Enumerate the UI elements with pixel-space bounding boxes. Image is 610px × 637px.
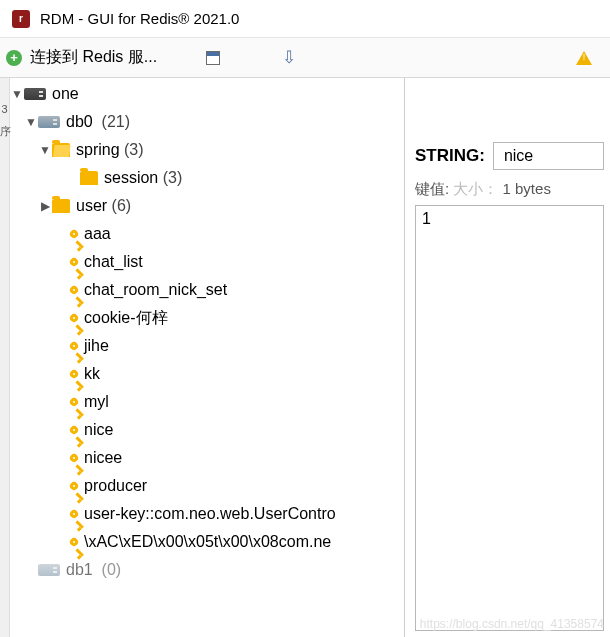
key-label: chat_list [84, 253, 143, 271]
folder-count: (6) [112, 197, 132, 215]
gutter-text-1: 3 [0, 98, 9, 120]
key-item[interactable]: producer [10, 472, 404, 500]
collapse-icon[interactable]: ▼ [24, 115, 38, 129]
connection-tree[interactable]: ▼ one ▼ db0 (21) ▼ spring (3) ▶ session … [10, 78, 404, 637]
key-item[interactable]: nicee [10, 444, 404, 472]
key-label: myl [84, 393, 109, 411]
folder-open-icon [52, 143, 70, 157]
detail-panel: STRING: nice 键值: 大小： 1 bytes 1 [404, 78, 610, 637]
window-title: RDM - GUI for Redis® 2021.0 [40, 10, 239, 27]
meta-prefix: 键值: [415, 180, 449, 197]
toolbar-button-1[interactable] [197, 44, 229, 72]
db-node-db0[interactable]: ▼ db0 (21) [10, 108, 404, 136]
key-label: \xAC\xED\x00\x05t\x00\x08com.ne [84, 533, 331, 551]
collapse-icon[interactable]: ▼ [38, 143, 52, 157]
key-icon [68, 312, 79, 323]
key-item[interactable]: nice [10, 416, 404, 444]
folder-label: spring [76, 141, 120, 159]
key-label: user-key::com.neo.web.UserContro [84, 505, 336, 523]
folder-label: user [76, 197, 107, 215]
key-label: kk [84, 365, 100, 383]
value-textarea[interactable]: 1 [415, 205, 604, 631]
key-icon [68, 228, 79, 239]
key-item[interactable]: jihe [10, 332, 404, 360]
folder-icon [52, 199, 70, 213]
app-icon: r [12, 10, 30, 28]
calendar-icon [206, 51, 220, 65]
key-item[interactable]: chat_room_nick_set [10, 276, 404, 304]
key-item[interactable]: chat_list [10, 248, 404, 276]
key-icon [68, 284, 79, 295]
key-icon [68, 396, 79, 407]
server-node[interactable]: ▼ one [10, 80, 404, 108]
key-icon [68, 480, 79, 491]
key-item[interactable]: \xAC\xED\x00\x05t\x00\x08com.ne [10, 528, 404, 556]
folder-spring[interactable]: ▼ spring (3) [10, 136, 404, 164]
key-item[interactable]: user-key::com.neo.web.UserContro [10, 500, 404, 528]
folder-user[interactable]: ▶ user (6) [10, 192, 404, 220]
gutter-text-2: 序 [0, 120, 9, 142]
folder-label: session [104, 169, 158, 187]
key-icon [68, 340, 79, 351]
db-node-db1[interactable]: db1 (0) [10, 556, 404, 584]
key-name-field[interactable]: nice [493, 142, 604, 170]
key-icon [68, 368, 79, 379]
key-item[interactable]: aaa [10, 220, 404, 248]
key-icon [68, 508, 79, 519]
add-connection-icon[interactable]: + [6, 50, 22, 66]
folder-session[interactable]: ▶ session (3) [10, 164, 404, 192]
left-gutter: 3 序 [0, 78, 10, 637]
warning-icon [576, 51, 592, 65]
server-label: one [52, 85, 79, 103]
key-item[interactable]: cookie-何梓 [10, 304, 404, 332]
key-icon [68, 256, 79, 267]
folder-count: (3) [124, 141, 144, 159]
db-label: db1 [66, 561, 93, 579]
db-count: (21) [102, 113, 130, 131]
key-icon [68, 452, 79, 463]
key-item[interactable]: myl [10, 388, 404, 416]
key-label: nice [84, 421, 113, 439]
key-label: producer [84, 477, 147, 495]
download-icon: ⇩ [282, 47, 296, 68]
folder-count: (3) [163, 169, 183, 187]
warning-button[interactable] [568, 44, 600, 72]
value-meta: 键值: 大小： 1 bytes [415, 180, 604, 199]
key-label: cookie-何梓 [84, 308, 168, 329]
db-count: (0) [102, 561, 122, 579]
key-label: chat_room_nick_set [84, 281, 227, 299]
database-icon [38, 116, 60, 128]
meta-size-value: 1 bytes [503, 180, 551, 197]
meta-size-label: 大小： [453, 180, 498, 197]
database-icon [38, 564, 60, 576]
collapse-icon[interactable]: ▼ [10, 87, 24, 101]
titlebar: r RDM - GUI for Redis® 2021.0 [0, 0, 610, 38]
key-item[interactable]: kk [10, 360, 404, 388]
key-label: jihe [84, 337, 109, 355]
value-text: 1 [422, 210, 431, 227]
key-label: aaa [84, 225, 111, 243]
toolbar: + 连接到 Redis 服... ⇩ [0, 38, 610, 78]
import-button[interactable]: ⇩ [273, 44, 305, 72]
key-icon [68, 424, 79, 435]
db-label: db0 [66, 113, 93, 131]
key-icon [68, 536, 79, 547]
expand-icon[interactable]: ▶ [38, 199, 52, 213]
server-icon [24, 88, 46, 100]
connect-button[interactable]: 连接到 Redis 服... [30, 47, 157, 68]
folder-icon [80, 171, 98, 185]
key-label: nicee [84, 449, 122, 467]
type-label: STRING: [415, 146, 485, 166]
